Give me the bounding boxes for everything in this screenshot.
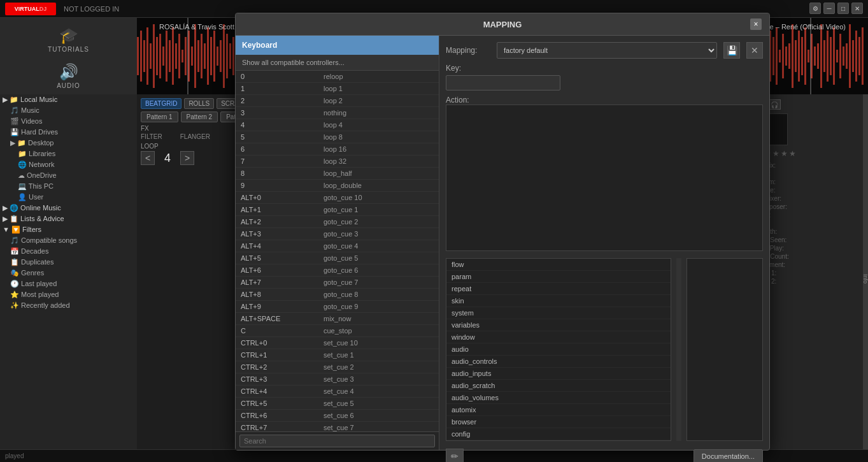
key-row[interactable]: CTRL+3set_cue 3 — [236, 373, 439, 386]
key-name: ALT+9 — [241, 303, 324, 310]
key-row[interactable]: ALT+0goto_cue 10 — [236, 192, 439, 204]
key-row[interactable]: 0reloop — [236, 71, 439, 83]
fb-lastplayed[interactable]: 🕐 Last played — [0, 278, 137, 289]
key-input[interactable] — [446, 75, 560, 90]
key-row[interactable]: CTRL+4set_cue 4 — [236, 386, 439, 398]
audio-icon: 🔊 — [59, 63, 78, 81]
action-list-item[interactable]: flow — [446, 259, 671, 271]
action-list-item[interactable]: param — [446, 271, 671, 283]
key-row[interactable]: ALT+4goto_cue 4 — [236, 240, 439, 252]
action-list-item[interactable]: skin — [446, 295, 671, 307]
key-row[interactable]: ALT+9goto_cue 9 — [236, 301, 439, 313]
action-list-item[interactable]: audio — [446, 343, 671, 356]
key-row[interactable]: ALT+7goto_cue 7 — [236, 277, 439, 289]
action-list-item[interactable]: variables — [446, 319, 671, 331]
key-row[interactable]: ALT+6goto_cue 6 — [236, 264, 439, 277]
action-list-item[interactable]: audio_inputs — [446, 368, 671, 380]
key-name: CTRL+5 — [241, 400, 324, 407]
action-list-left[interactable]: flowparamrepeatskinsystemvariableswindow… — [446, 258, 671, 441]
key-row[interactable]: CTRL+6set_cue 6 — [236, 410, 439, 422]
fb-network[interactable]: 🌐 Network — [0, 159, 137, 170]
key-action: loop_double — [324, 182, 362, 189]
fb-local-music[interactable]: ▶ 📁 Local Music — [0, 94, 137, 105]
fb-duplicates[interactable]: 📋 Duplicates — [0, 257, 137, 268]
key-row[interactable]: Ccue_stop — [236, 325, 439, 337]
key-row[interactable]: CTRL+5set_cue 5 — [236, 398, 439, 410]
key-row[interactable]: 4loop 4 — [236, 119, 439, 131]
nav-tutorials[interactable]: 🎓 TUTORIALS — [8, 23, 129, 57]
fb-online[interactable]: ▶ 🌐 Online Music — [0, 203, 137, 213]
key-row[interactable]: CTRL+2set_cue 2 — [236, 361, 439, 373]
key-row[interactable]: ALT+SPACEmix_now — [236, 313, 439, 325]
dialog-header: MAPPING × — [236, 13, 769, 36]
key-row[interactable]: ALT+5goto_cue 5 — [236, 252, 439, 264]
action-list-item[interactable]: browser — [446, 416, 671, 428]
fb-mostplayed[interactable]: ⭐ Most played — [0, 289, 137, 300]
fb-decades[interactable]: 📅 Decades — [0, 246, 137, 257]
key-row[interactable]: 9loop_double — [236, 180, 439, 192]
key-row[interactable]: 7loop 32 — [236, 155, 439, 168]
dialog-close-btn[interactable]: × — [750, 18, 762, 30]
key-row[interactable]: ALT+1goto_cue 1 — [236, 204, 439, 216]
action-list-item[interactable]: audio_volumes — [446, 392, 671, 404]
action-list-item[interactable]: system — [446, 307, 671, 319]
nav-audio[interactable]: 🔊 AUDIO — [8, 59, 129, 93]
action-list-right[interactable] — [687, 258, 763, 441]
action-list-item[interactable]: audio_controls — [446, 356, 671, 368]
tutorials-label: TUTORIALS — [48, 46, 89, 53]
fb-user[interactable]: 👤 User — [0, 192, 137, 203]
key-action: goto_cue 1 — [324, 206, 358, 213]
fb-music[interactable]: 🎵 Music — [0, 105, 137, 116]
action-list-item[interactable]: automix — [446, 404, 671, 416]
key-row[interactable]: 3nothing — [236, 107, 439, 119]
fb-desktop[interactable]: ▶ 📁 Desktop — [0, 138, 137, 148]
documentation-btn[interactable]: Documentation... — [694, 449, 763, 462]
fb-libraries[interactable]: 📁 Libraries — [0, 148, 137, 159]
action-list-item[interactable]: audio_scratch — [446, 380, 671, 392]
keys-list[interactable]: 0reloop1loop 12loop 23nothing4loop 45loo… — [236, 71, 439, 431]
fb-thispc[interactable]: 💻 This PC — [0, 181, 137, 192]
fb-harddrives[interactable]: 💾 Hard Drives — [0, 127, 137, 138]
fb-filters[interactable]: ▼ 🔽 Filters — [0, 224, 137, 235]
fb-videos[interactable]: 🎬 Videos — [0, 116, 137, 127]
key-row[interactable]: 8loop_half — [236, 168, 439, 180]
key-name: CTRL+1 — [241, 351, 324, 359]
action-list-item[interactable]: window — [446, 331, 671, 343]
fb-onedrive[interactable]: ☁ OneDrive — [0, 170, 137, 181]
key-row[interactable]: 2loop 2 — [236, 95, 439, 107]
mapping-clear-btn[interactable]: ✕ — [746, 42, 763, 59]
key-action: cue_stop — [324, 327, 352, 335]
key-action: set_cue 6 — [324, 412, 354, 419]
show-compatible[interactable]: Show all compatible controllers... — [236, 55, 439, 71]
keyboard-item[interactable]: Keyboard — [236, 36, 439, 55]
mapping-select[interactable]: factory default — [497, 42, 717, 59]
app-logo: VIRTUALDJ — [5, 3, 56, 15]
file-browser[interactable]: ▶ 📁 Local Music 🎵 Music 🎬 Videos 💾 Hard … — [0, 94, 137, 449]
key-name: 0 — [241, 73, 324, 80]
mapping-save-btn[interactable]: 💾 — [723, 42, 740, 59]
key-action: goto_cue 5 — [324, 254, 358, 262]
key-name: 1 — [241, 85, 324, 92]
key-row[interactable]: 5loop 8 — [236, 131, 439, 143]
key-row[interactable]: 6loop 16 — [236, 143, 439, 155]
key-row[interactable]: ALT+3goto_cue 3 — [236, 228, 439, 240]
fb-lists[interactable]: ▶ 📋 Lists & Advice — [0, 213, 137, 224]
action-list-item[interactable]: config — [446, 428, 671, 440]
fb-compatible[interactable]: 🎵 Compatible songs — [0, 235, 137, 246]
key-name: CTRL+7 — [241, 424, 324, 431]
edit-btn[interactable]: ✏ — [446, 449, 464, 462]
fb-recentlyadded[interactable]: ✨ Recently added — [0, 300, 137, 311]
key-row[interactable]: CTRL+7set_cue 7 — [236, 422, 439, 431]
key-row[interactable]: CTRL+1set_cue 1 — [236, 349, 439, 361]
action-textarea[interactable] — [446, 105, 763, 251]
key-action: loop 4 — [324, 121, 343, 129]
key-row[interactable]: ALT+8goto_cue 8 — [236, 289, 439, 301]
search-input[interactable] — [239, 435, 435, 447]
key-action: goto_cue 8 — [324, 291, 358, 298]
key-row[interactable]: 1loop 1 — [236, 83, 439, 95]
fb-genres[interactable]: 🎭 Genres — [0, 268, 137, 278]
bottom-lists: flowparamrepeatskinsystemvariableswindow… — [446, 258, 763, 441]
key-row[interactable]: CTRL+0set_cue 10 — [236, 337, 439, 349]
key-row[interactable]: ALT+2goto_cue 2 — [236, 216, 439, 228]
action-list-item[interactable]: repeat — [446, 283, 671, 295]
